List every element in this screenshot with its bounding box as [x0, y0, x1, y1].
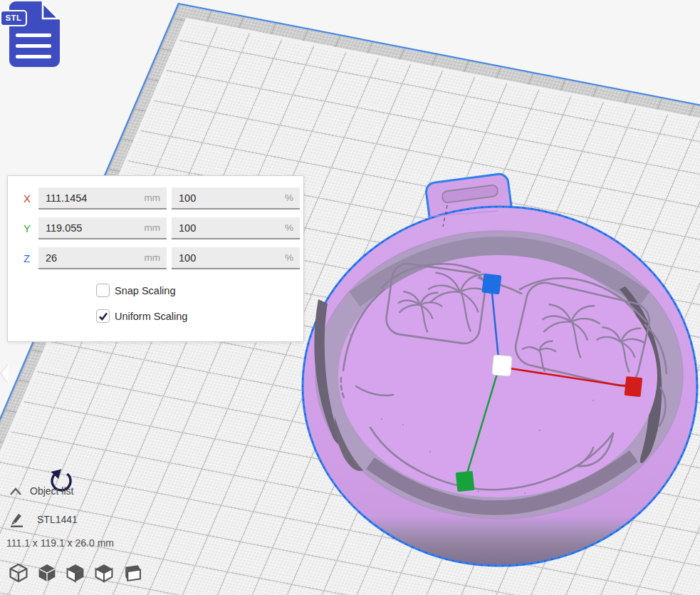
pencil-icon[interactable]: [9, 512, 24, 527]
view-3d-button[interactable]: [9, 562, 28, 583]
cube-3d-icon: [9, 562, 28, 583]
mm-unit-label: mm: [145, 222, 161, 233]
snap-scaling-checkbox[interactable]: [96, 284, 110, 297]
scale-row-z: Z 26 mm 100 %: [8, 247, 303, 269]
cube-right-icon: [122, 562, 142, 583]
percent-unit-label: %: [285, 222, 293, 233]
uniform-scaling-checkbox[interactable]: [96, 309, 110, 323]
view-left-button[interactable]: [94, 562, 114, 583]
view-right-button[interactable]: [122, 562, 142, 583]
uniform-scaling-label: Uniform Scaling: [115, 311, 187, 322]
model-file-name: STL1441: [37, 514, 78, 525]
scale-tool-panel: X 111.1454 mm 100 % Y 119.055 mm 100 % Z…: [7, 175, 304, 342]
percent-unit-label: %: [285, 252, 293, 263]
y-percent-input[interactable]: 100 %: [172, 217, 300, 239]
cube-top-icon: [66, 562, 85, 583]
model-dimensions: 111.1 x 119.1 x 26.0 mm: [6, 537, 114, 549]
cube-left-icon: [94, 562, 114, 583]
checkmark-icon: [98, 311, 109, 322]
z-percent-input[interactable]: 100 %: [172, 247, 300, 269]
x-percent-input[interactable]: 100 %: [172, 187, 300, 209]
x-size-input[interactable]: 111.1454 mm: [38, 187, 167, 209]
camera-view-bar: [9, 562, 142, 584]
object-list-label: Object list: [30, 485, 73, 497]
cube-front-icon: [37, 562, 57, 583]
mm-unit-label: mm: [145, 192, 161, 203]
stl-file-icon: STL: [0, 0, 68, 71]
y-size-input[interactable]: 119.055 mm: [38, 217, 167, 239]
stl-badge: STL: [0, 10, 27, 26]
z-scale-handle[interactable]: [481, 274, 501, 295]
percent-unit-label: %: [285, 192, 293, 203]
center-scale-handle[interactable]: [492, 355, 512, 376]
y-axis-label: Y: [23, 222, 35, 234]
y-scale-handle[interactable]: [456, 471, 475, 492]
x-scale-handle[interactable]: [625, 376, 643, 397]
mm-unit-label: mm: [145, 252, 161, 263]
view-top-button[interactable]: [66, 562, 85, 583]
z-size-input[interactable]: 26 mm: [38, 247, 167, 269]
z-axis-label: Z: [23, 252, 35, 264]
scale-row-x: X 111.1454 mm 100 %: [8, 187, 303, 209]
x-axis-label: X: [23, 192, 35, 205]
scale-row-y: Y 119.055 mm 100 %: [8, 217, 303, 239]
snap-scaling-label: Snap Scaling: [115, 285, 175, 296]
chevron-up-icon[interactable]: [9, 487, 23, 496]
panel-pointer: [1, 363, 9, 385]
view-front-button[interactable]: [37, 562, 57, 583]
